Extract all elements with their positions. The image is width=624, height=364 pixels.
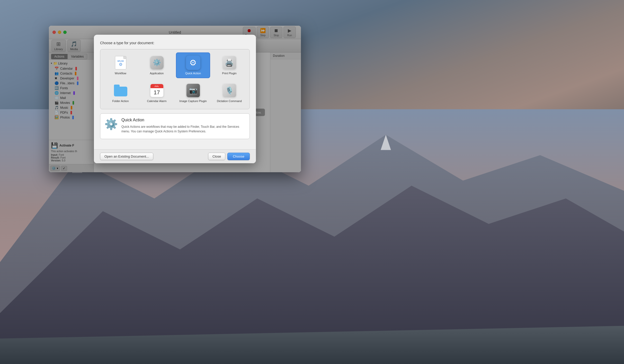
footer-left: Open an Existing Document... xyxy=(100,153,153,160)
folder-tab xyxy=(114,85,120,88)
document-type-dialog: Choose a type for your document: WFLOW ⚙… xyxy=(94,35,256,163)
type-item-folder-action[interactable]: Folder Action xyxy=(103,80,138,106)
mic-icon: 🎙️ xyxy=(223,84,236,97)
folder-action-label: Folder Action xyxy=(112,99,129,103)
dialog-overlay: Choose a type for your document: WFLOW ⚙… xyxy=(49,26,301,172)
description-title: Quick Action xyxy=(121,118,245,122)
folder-body xyxy=(114,87,127,96)
description-content: Quick Action Quick Actions are workflows… xyxy=(121,118,245,134)
type-selection-grid: WFLOW ⚙ Workflow ⚙️ Application xyxy=(100,49,250,110)
mic-emoji: 🎙️ xyxy=(225,87,234,95)
folder-type-icon xyxy=(113,83,128,98)
calendar-month: JUL xyxy=(150,84,163,88)
type-item-application[interactable]: ⚙️ Application xyxy=(140,52,174,78)
print-plugin-label: Print Plugin xyxy=(222,71,236,75)
type-item-quick-action[interactable]: ⚙ Quick Action xyxy=(176,52,210,78)
workflow-type-icon: WFLOW ⚙ xyxy=(113,56,128,70)
calendar-icon: JUL 17 xyxy=(150,84,164,97)
camera-emoji: 📷 xyxy=(189,87,197,95)
dialog-title: Choose a type for your document: xyxy=(100,41,250,45)
fold-corner xyxy=(123,56,126,59)
image-capture-label: Image Capture Plugin xyxy=(179,99,207,103)
application-type-icon: ⚙️ xyxy=(150,56,164,70)
printer-emoji: 🖨️ xyxy=(225,58,234,67)
calendar-type-icon: JUL 17 xyxy=(150,83,164,98)
quick-action-label: Quick Action xyxy=(185,71,201,75)
description-icon: ⚙️ xyxy=(104,118,118,130)
type-item-dictation-command[interactable]: 🎙️ Dictation Command xyxy=(212,80,246,106)
dialog-body: Choose a type for your document: WFLOW ⚙… xyxy=(94,35,256,150)
type-item-calendar-alarm[interactable]: JUL 17 Calendar Alarm xyxy=(140,80,174,106)
description-panel: ⚙️ Quick Action Quick Actions are workfl… xyxy=(100,113,250,139)
workflow-label: Workflow xyxy=(115,71,126,75)
open-existing-button[interactable]: Open an Existing Document... xyxy=(100,153,153,160)
type-item-print-plugin[interactable]: 🖨️ Print Plugin xyxy=(212,52,246,78)
camera-type-icon: 📷 xyxy=(186,83,200,98)
description-text: Quick Actions are workflows that may be … xyxy=(121,124,245,134)
app-emoji: ⚙️ xyxy=(153,59,161,67)
dialog-footer: Open an Existing Document... Close Choos… xyxy=(94,149,256,163)
application-label: Application xyxy=(150,71,164,75)
choose-button[interactable]: Choose xyxy=(227,153,250,160)
quick-action-icon: ⚙ xyxy=(186,56,200,70)
type-item-image-capture[interactable]: 📷 Image Capture Plugin xyxy=(176,80,210,106)
quick-action-type-icon: ⚙ xyxy=(186,56,200,70)
workflow-gear-icon: ⚙ xyxy=(119,62,122,67)
workflow-file-icon: WFLOW ⚙ xyxy=(115,56,126,69)
type-item-workflow[interactable]: WFLOW ⚙ Workflow xyxy=(103,52,138,78)
quick-action-gear-icon: ⚙ xyxy=(189,58,197,68)
close-button[interactable]: Close xyxy=(208,153,225,160)
calendar-day: 17 xyxy=(150,88,163,97)
calendar-alarm-label: Calendar Alarm xyxy=(147,99,167,103)
wflow-text: WFLOW xyxy=(117,60,124,62)
camera-icon: 📷 xyxy=(186,84,200,97)
footer-right: Close Choose xyxy=(208,153,250,160)
folder-shape xyxy=(114,85,127,96)
mic-type-icon: 🎙️ xyxy=(222,83,237,98)
printer-icon: 🖨️ xyxy=(223,56,236,69)
app-icon: ⚙️ xyxy=(150,56,164,69)
print-type-icon: 🖨️ xyxy=(222,56,237,70)
dictation-command-label: Dictation Command xyxy=(217,99,242,103)
